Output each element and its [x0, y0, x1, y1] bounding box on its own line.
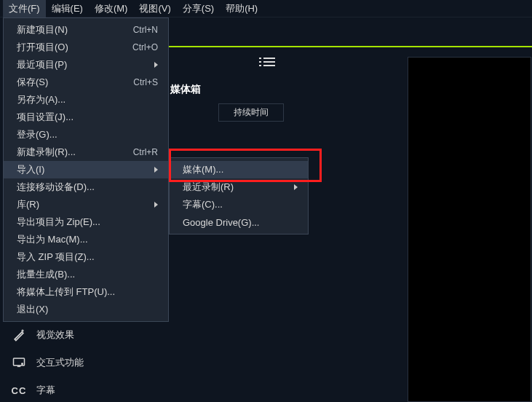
svg-rect-7: [17, 366, 21, 368]
svg-rect-3: [263, 61, 275, 63]
submenu-item-media[interactable]: 媒体(M)...: [170, 161, 308, 178]
menu-help-label: 帮助(H): [226, 3, 258, 14]
file-menu: 新建项目(N)Ctrl+N 打开项目(O)Ctrl+O 最近项目(P) 保存(S…: [3, 17, 169, 322]
chevron-right-icon: [154, 167, 158, 173]
menu-item-sign-in[interactable]: 登录(G)...: [4, 126, 168, 143]
menu-edit[interactable]: 编辑(E): [46, 0, 89, 17]
menu-item-batch[interactable]: 批量生成(B)...: [4, 266, 168, 283]
sidebar-item-interactive[interactable]: 交互式功能: [10, 355, 84, 371]
menu-item-connect-mobile[interactable]: 连接移动设备(D)...: [4, 178, 168, 196]
accent-line: [169, 46, 532, 47]
svg-rect-1: [263, 58, 275, 59]
menu-item-new-project[interactable]: 新建项目(N)Ctrl+N: [4, 21, 168, 39]
wand-icon: [10, 327, 28, 343]
menu-edit-label: 编辑(E): [52, 3, 83, 14]
menubar: 文件(F) 编辑(E) 修改(M) 视图(V) 分享(S) 帮助(H): [0, 0, 532, 17]
sidebar-item-cc[interactable]: CC 字幕: [10, 382, 55, 398]
preview-panel: [408, 57, 531, 402]
menu-file-label: 文件(F): [9, 3, 40, 14]
panel-tabs: [169, 54, 402, 70]
submenu-item-google-drive[interactable]: Google Drive(G)...: [170, 213, 308, 231]
mediabox-title: 媒体箱: [170, 83, 201, 96]
menu-item-export-zip[interactable]: 导出项目为 Zip(E)...: [4, 213, 168, 231]
interactive-icon: [10, 355, 28, 371]
sidebar-cc-label: 字幕: [36, 384, 55, 397]
cc-badge-text: CC: [12, 385, 27, 396]
menu-item-save[interactable]: 保存(S)Ctrl+S: [4, 74, 168, 91]
menu-modify-label: 修改(M): [95, 3, 128, 14]
menu-share[interactable]: 分享(S): [177, 0, 220, 17]
sidebar-interactive-label: 交互式功能: [36, 356, 84, 369]
cc-icon: CC: [10, 382, 28, 398]
column-duration[interactable]: 持续时间: [218, 103, 284, 122]
menu-help[interactable]: 帮助(H): [220, 0, 263, 17]
menu-item-open-project[interactable]: 打开项目(O)Ctrl+O: [4, 39, 168, 56]
svg-rect-4: [259, 65, 261, 66]
menu-item-import-zip[interactable]: 导入 ZIP 项目(Z)...: [4, 248, 168, 266]
menu-item-library[interactable]: 库(R): [4, 196, 168, 213]
menu-item-import[interactable]: 导入(I): [4, 161, 168, 178]
svg-rect-2: [259, 61, 261, 63]
menu-modify[interactable]: 修改(M): [89, 0, 134, 17]
submenu-item-recent-recordings[interactable]: 最近录制(R): [170, 178, 308, 196]
menu-item-new-recording[interactable]: 新建录制(R)...Ctrl+R: [4, 143, 168, 161]
menu-item-upload-ftp[interactable]: 将媒体上传到 FTP(U)...: [4, 283, 168, 301]
chevron-right-icon: [154, 62, 158, 68]
svg-rect-0: [259, 58, 261, 59]
menu-item-project-settings[interactable]: 项目设置(J)...: [4, 109, 168, 126]
svg-rect-5: [263, 65, 275, 66]
menu-view-label: 视图(V): [139, 3, 170, 14]
menu-view[interactable]: 视图(V): [133, 0, 176, 17]
import-submenu: 媒体(M)... 最近录制(R) 字幕(C)... Google Drive(G…: [169, 157, 309, 234]
menu-item-export-mac[interactable]: 导出为 Mac(M)...: [4, 231, 168, 248]
list-view-icon[interactable]: [259, 57, 275, 67]
menu-item-exit[interactable]: 退出(X): [4, 301, 168, 318]
menu-share-label: 分享(S): [183, 3, 214, 14]
submenu-item-captions[interactable]: 字幕(C)...: [170, 196, 308, 213]
svg-point-8: [21, 363, 23, 365]
menu-item-recent-projects[interactable]: 最近项目(P): [4, 56, 168, 74]
menu-file[interactable]: 文件(F): [3, 0, 46, 17]
sidebar-item-vfx[interactable]: 视觉效果: [10, 327, 74, 343]
chevron-right-icon: [294, 184, 298, 190]
sidebar-vfx-label: 视觉效果: [36, 328, 74, 342]
chevron-right-icon: [154, 202, 158, 208]
menu-item-save-as[interactable]: 另存为(A)...: [4, 91, 168, 109]
